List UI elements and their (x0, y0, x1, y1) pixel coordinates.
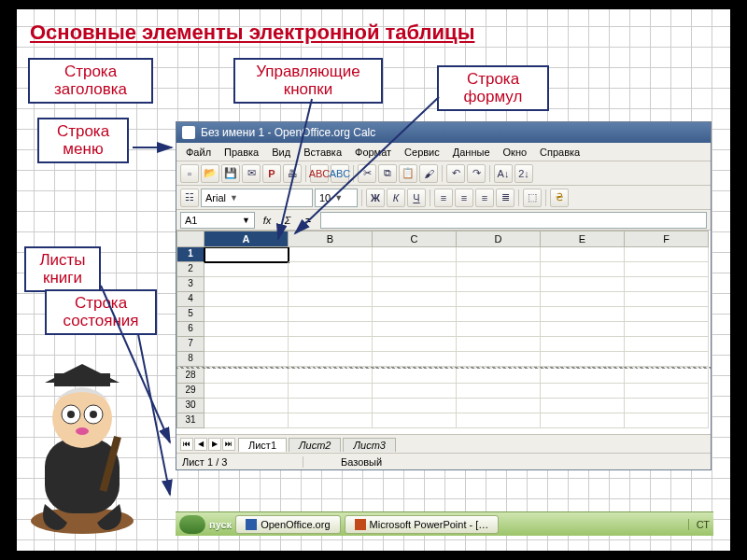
cell[interactable] (289, 292, 373, 307)
cell[interactable] (204, 337, 289, 352)
copy-icon[interactable]: ⧉ (378, 164, 397, 183)
cell[interactable] (289, 413, 373, 428)
styles-icon[interactable]: ☷ (180, 189, 199, 207)
currency-icon[interactable]: ₴ (550, 189, 569, 207)
row-header[interactable]: 3 (176, 277, 204, 292)
start-button[interactable] (179, 515, 205, 534)
menu-help[interactable]: Справка (534, 145, 585, 160)
cell[interactable] (457, 307, 541, 322)
cell[interactable] (625, 322, 709, 337)
cell[interactable] (457, 247, 541, 262)
cell[interactable] (204, 384, 289, 399)
redo-icon[interactable]: ↷ (467, 164, 486, 183)
italic-button[interactable]: К (387, 189, 405, 207)
first-sheet-icon[interactable]: ⏮ (180, 438, 193, 451)
cell[interactable] (541, 384, 625, 399)
merge-cells-icon[interactable]: ⬚ (523, 189, 542, 207)
cell[interactable] (289, 399, 373, 413)
cell[interactable] (541, 352, 625, 367)
cell[interactable] (289, 369, 373, 384)
taskbar-tray[interactable]: СТ (688, 519, 710, 530)
cell[interactable] (457, 399, 541, 413)
cell[interactable] (541, 337, 625, 352)
cell[interactable] (457, 277, 541, 292)
cell[interactable] (625, 307, 709, 322)
menu-file[interactable]: Файл (180, 145, 217, 160)
cell[interactable] (204, 413, 289, 428)
sort-asc-icon[interactable]: A↓ (494, 164, 513, 183)
taskbar-item-powerpoint[interactable]: Microsoft PowerPoint - [… (345, 515, 500, 534)
cell[interactable] (457, 413, 541, 428)
cell[interactable] (373, 413, 457, 428)
cell[interactable] (204, 277, 289, 292)
menu-edit[interactable]: Правка (218, 145, 264, 160)
column-header-c[interactable]: C (373, 231, 457, 247)
cell[interactable] (541, 322, 625, 337)
cell[interactable] (204, 369, 289, 384)
cell[interactable] (373, 369, 457, 384)
cell[interactable] (457, 369, 541, 384)
underline-button[interactable]: Ч (407, 189, 426, 207)
cell[interactable] (625, 337, 709, 352)
sheet-tab-3[interactable]: Лист3 (343, 438, 395, 452)
pdf-icon[interactable]: P (262, 164, 281, 183)
align-justify-icon[interactable]: ≣ (496, 189, 514, 207)
row-header[interactable]: 1 (176, 247, 204, 262)
cell[interactable] (625, 413, 709, 428)
paste-icon[interactable]: 📋 (399, 164, 417, 183)
name-box[interactable]: A1 ▼ (180, 212, 255, 229)
sort-desc-icon[interactable]: 2↓ (514, 164, 533, 183)
column-header-f[interactable]: F (625, 231, 709, 247)
cut-icon[interactable]: ✂ (358, 164, 376, 183)
menu-tools[interactable]: Сервис (399, 145, 445, 160)
last-sheet-icon[interactable]: ⏭ (222, 438, 235, 451)
cell[interactable] (204, 292, 289, 307)
cell[interactable] (541, 292, 625, 307)
cell[interactable] (289, 337, 373, 352)
row-header[interactable]: 6 (176, 322, 204, 337)
menu-data[interactable]: Данные (447, 145, 496, 160)
mail-icon[interactable]: ✉ (242, 164, 261, 183)
font-size-combo[interactable]: 10▼ (315, 189, 358, 207)
titlebar[interactable]: Без имени 1 - OpenOffice.org Calc (176, 122, 711, 143)
spreadsheet-grid[interactable]: A B C D E F 1234567828293031 (176, 231, 711, 434)
format-paint-icon[interactable]: 🖌 (419, 164, 438, 183)
cell[interactable] (625, 277, 709, 292)
function-wizard-icon[interactable]: fx (259, 215, 275, 226)
align-left-icon[interactable]: ≡ (434, 189, 453, 207)
cell[interactable] (204, 247, 289, 262)
bold-button[interactable]: Ж (366, 189, 385, 207)
sum-icon[interactable]: Σ (279, 215, 296, 226)
cell[interactable] (541, 277, 625, 292)
cell[interactable] (373, 292, 457, 307)
cell[interactable] (373, 352, 457, 367)
cell[interactable] (204, 352, 289, 367)
open-icon[interactable]: 📂 (201, 164, 219, 183)
cell[interactable] (457, 262, 541, 277)
cell[interactable] (373, 399, 457, 413)
sheet-tab-1[interactable]: Лист1 (238, 438, 287, 452)
spellcheck-icon[interactable]: ABC (310, 164, 329, 183)
cell[interactable] (457, 322, 541, 337)
new-icon[interactable]: ▫ (180, 164, 199, 183)
cell[interactable] (373, 384, 457, 399)
cell[interactable] (541, 307, 625, 322)
cell[interactable] (457, 337, 541, 352)
cell[interactable] (625, 399, 709, 413)
cell[interactable] (373, 262, 457, 277)
cell[interactable] (625, 247, 709, 262)
menu-format[interactable]: Формат (349, 145, 397, 160)
formula-input[interactable] (320, 212, 707, 229)
cell[interactable] (289, 277, 373, 292)
prev-sheet-icon[interactable]: ◀ (194, 438, 207, 451)
row-header[interactable]: 30 (176, 399, 204, 413)
menu-window[interactable]: Окно (498, 145, 533, 160)
cell[interactable] (289, 384, 373, 399)
cell[interactable] (541, 262, 625, 277)
cell[interactable] (204, 262, 289, 277)
menu-insert[interactable]: Вставка (298, 145, 347, 160)
cell[interactable] (625, 292, 709, 307)
column-header-a[interactable]: A (204, 231, 289, 247)
print-icon[interactable]: 🖶 (283, 164, 302, 183)
column-header-d[interactable]: D (457, 231, 541, 247)
